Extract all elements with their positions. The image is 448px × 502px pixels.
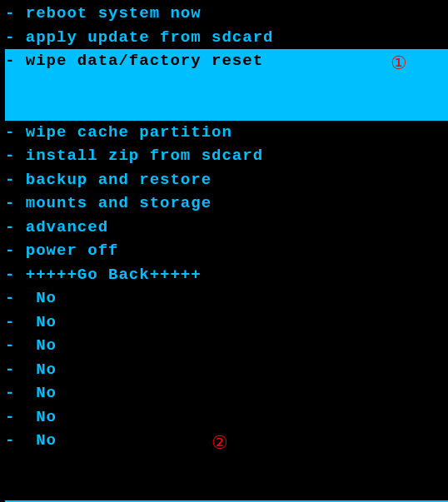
- annotation-2-icon: ②: [212, 429, 229, 456]
- confirm-item-no[interactable]: - No: [5, 358, 448, 382]
- confirm-item-no[interactable]: - No: [5, 381, 448, 405]
- menu-item-install-zip[interactable]: - install zip from sdcard: [5, 144, 448, 168]
- menu-item-wipe-cache[interactable]: - wipe cache partition: [5, 121, 448, 145]
- annotation-1-icon: ①: [391, 49, 408, 77]
- menu-item-reboot[interactable]: - reboot system now: [5, 2, 448, 26]
- menu-item-backup-restore[interactable]: - backup and restore: [5, 168, 448, 192]
- menu-item-wipe-data[interactable]: - wipe data/factory reset ①: [5, 49, 448, 121]
- confirm-item-no[interactable]: - No: [5, 334, 448, 358]
- confirm-item-no[interactable]: - No ②: [5, 429, 448, 500]
- menu-item-apply-update[interactable]: - apply update from sdcard: [5, 26, 448, 50]
- menu-item-advanced[interactable]: - advanced: [5, 216, 448, 240]
- confirm-item-no[interactable]: - No: [5, 311, 448, 335]
- recovery-menu: - reboot system now - apply update from …: [0, 0, 448, 502]
- confirm-item-no[interactable]: - No: [5, 405, 448, 430]
- menu-item-go-back[interactable]: - +++++Go Back+++++: [5, 263, 448, 287]
- confirm-item-no[interactable]: - No: [5, 286, 448, 311]
- menu-item-power-off[interactable]: - power off: [5, 239, 448, 263]
- menu-item-mounts-storage[interactable]: - mounts and storage: [5, 191, 448, 216]
